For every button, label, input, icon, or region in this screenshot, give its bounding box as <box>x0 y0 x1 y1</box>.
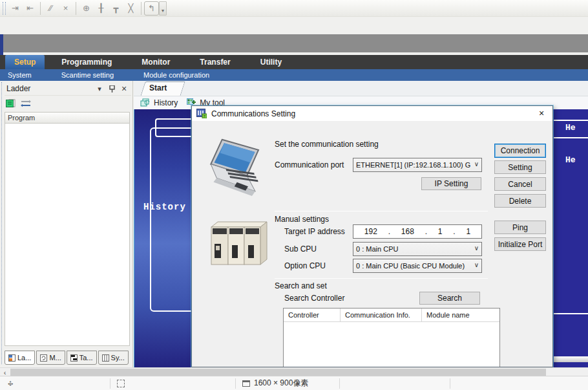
device-copy-icon[interactable]: ⊕ <box>79 1 94 16</box>
resolution-text: 1600 × 900像素 <box>254 378 308 389</box>
ribbon-submenu-bar: System Scantime setting Module configura… <box>0 69 588 81</box>
insert-network-left-icon[interactable]: ⇤ <box>23 1 37 16</box>
device-delete-icon[interactable]: ╳ <box>123 1 138 16</box>
parallel-branch-icon[interactable]: ∕∕ <box>43 1 58 16</box>
delete-button[interactable]: Delete <box>494 194 546 208</box>
search-controller-label: Search Controller <box>284 294 344 303</box>
move-tool-icon[interactable]: ↔↕ <box>5 378 16 389</box>
ping-button[interactable]: Ping <box>494 221 546 234</box>
tab-system[interactable]: Sy... <box>98 351 129 365</box>
column-controller[interactable]: Controller <box>284 309 341 321</box>
divider <box>275 278 488 279</box>
ip-dot: . <box>453 227 455 236</box>
chevron-down-icon[interactable]: ▾ <box>94 83 105 94</box>
column-communication-info[interactable]: Communication Info. <box>341 309 422 321</box>
statusbar-separator <box>450 378 450 389</box>
statusbar-separator <box>339 378 340 389</box>
manual-settings-heading: Manual settings <box>275 215 329 224</box>
tab-tag-list-label: Ta... <box>79 354 93 362</box>
option-cpu-label: Option CPU <box>284 261 326 270</box>
cancel-button[interactable]: Cancel <box>494 177 546 191</box>
initialize-port-button[interactable]: Initialize Port <box>494 237 546 251</box>
tab-ladder[interactable]: La... <box>5 351 35 365</box>
dialog-titlebar[interactable]: 7 Communications Setting × <box>192 106 552 121</box>
ip-octet-1[interactable]: 192 <box>364 227 377 236</box>
document-tab-strip: Start <box>134 81 588 96</box>
toolbar-drag-handle[interactable] <box>3 2 6 15</box>
dropdown-icon[interactable]: ▾ <box>159 1 167 16</box>
panel-bottom-edge <box>554 356 588 362</box>
filter-sort-icon[interactable] <box>21 100 31 107</box>
ip-setting-button[interactable]: IP Setting <box>421 177 481 190</box>
device-paste-icon[interactable]: ╂ <box>94 1 109 16</box>
connection-button[interactable]: Connection <box>494 144 546 158</box>
resolution-icon <box>242 380 250 387</box>
panel-bottom-tabs: La... M... Ta... Sy... <box>5 351 129 365</box>
help-label: He <box>565 123 576 133</box>
new-program-icon[interactable] <box>6 99 16 108</box>
controller-table-header: Controller Communication Info. Module na… <box>284 309 499 322</box>
search-button[interactable]: Search <box>419 292 480 305</box>
history-body-outline <box>150 127 192 312</box>
close-icon[interactable]: × <box>530 106 552 120</box>
horizontal-scrollbar[interactable]: ‹ <box>0 367 588 376</box>
communication-port-label: Communication port <box>275 160 344 169</box>
status-bar: ↔↕ 1600 × 900像素 <box>0 376 588 390</box>
tab-setup[interactable]: Setup <box>5 55 45 69</box>
ladder-panel-titlebar: Ladder ▾ × <box>5 82 131 96</box>
ladder-panel-toolbar <box>5 96 131 111</box>
dock-edge-marker <box>0 34 3 56</box>
tab-monitor[interactable]: Monitor <box>132 55 179 69</box>
chevron-down-icon: ∨ <box>474 261 479 268</box>
column-module-name[interactable]: Module name <box>422 309 499 321</box>
pin-icon[interactable] <box>107 83 117 94</box>
ip-octet-3[interactable]: 1 <box>438 227 443 236</box>
program-tree-root[interactable]: Program <box>5 112 130 124</box>
loop-back-icon[interactable]: ↰ <box>144 1 159 16</box>
option-cpu-value: 0 : Main CPU (Basic CPU Module) <box>356 262 465 270</box>
communication-port-value: ETHERNET[1] (IP:192.168.1.100) G <box>356 161 470 169</box>
ip-octet-2[interactable]: 168 <box>401 227 414 236</box>
ribbon-tab-bar: Setup Programming Monitor Transfer Utili… <box>0 55 588 69</box>
dialog-title: Communications Setting <box>211 109 295 118</box>
ladder-panel: Ladder ▾ × Program La... M... <box>0 81 133 367</box>
tab-programming[interactable]: Programming <box>52 55 121 69</box>
sub-cpu-combobox[interactable]: 0 : Main CPU ∨ <box>353 242 482 256</box>
submenu-module-configuration[interactable]: Module configuration <box>136 71 217 79</box>
program-tree-area[interactable] <box>5 124 130 346</box>
history-icon <box>140 98 150 107</box>
ladder-panel-title: Ladder <box>6 84 94 93</box>
tab-transfer[interactable]: Transfer <box>191 55 239 69</box>
ip-octet-4[interactable]: 1 <box>466 227 470 236</box>
selection-tool-icon[interactable] <box>117 380 125 387</box>
toolbar-separator <box>76 2 76 15</box>
option-cpu-combobox[interactable]: 0 : Main CPU (Basic CPU Module) ∨ <box>353 259 482 273</box>
submenu-system[interactable]: System <box>0 71 39 79</box>
ladder-tab-icon <box>8 354 16 362</box>
scrollbar-thumb[interactable] <box>10 369 546 376</box>
toolbar-separator <box>40 2 41 15</box>
device-pin-icon[interactable]: ┳ <box>109 1 123 16</box>
system-tab-icon <box>102 354 109 362</box>
chevron-down-icon: ∨ <box>474 160 479 168</box>
close-icon[interactable]: × <box>119 83 129 94</box>
tab-tag-list[interactable]: Ta... <box>67 351 97 365</box>
ip-dot: . <box>425 227 427 236</box>
communication-port-combobox[interactable]: ETHERNET[1] (IP:192.168.1.100) G ∨ <box>353 158 482 172</box>
target-ip-input[interactable]: 192 . 168 . 1 . 1 <box>353 224 482 239</box>
docked-gray-band <box>0 34 588 52</box>
tab-start[interactable]: Start <box>149 83 167 92</box>
panel-drag-handle[interactable] <box>1 82 3 364</box>
ip-dot: . <box>388 227 390 236</box>
submenu-scantime-setting[interactable]: Scantime setting <box>54 71 121 79</box>
divider <box>275 211 488 211</box>
insert-network-right-icon[interactable]: ⇥ <box>8 1 23 16</box>
tab-utility[interactable]: Utility <box>251 55 291 69</box>
delete-branch-icon[interactable]: × <box>58 1 73 16</box>
controller-table[interactable]: Controller Communication Info. Module na… <box>283 308 500 367</box>
help-section-sliver: He He <box>554 109 588 367</box>
history-button[interactable]: History <box>154 98 178 107</box>
tag-tab-icon <box>70 354 78 362</box>
tab-monitor-list[interactable]: M... <box>36 351 65 365</box>
setting-button[interactable]: Setting <box>494 160 546 174</box>
